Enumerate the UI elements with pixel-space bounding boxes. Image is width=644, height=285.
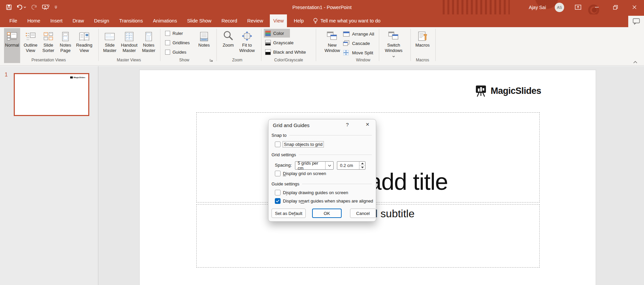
- gridlines-checkbox[interactable]: Gridlines: [165, 40, 190, 45]
- tab-file[interactable]: File: [6, 14, 20, 27]
- spacing-dropdown[interactable]: 5 grids per cm: [295, 161, 334, 170]
- tab-animations[interactable]: Animations: [150, 14, 181, 27]
- ribbon-display-options-button[interactable]: [573, 2, 583, 12]
- arrange-all-button[interactable]: Arrange All: [342, 30, 376, 38]
- macros-icon: [417, 28, 428, 42]
- display-grid-checkbox[interactable]: [275, 171, 281, 176]
- undo-icon: [16, 4, 23, 10]
- move-split-label: Move Split: [352, 50, 373, 55]
- slide-master-label: Slide Master: [101, 43, 119, 53]
- spinner-up-button[interactable]: [359, 162, 365, 166]
- smart-guides-label[interactable]: Display smart guides when shapes are ali…: [283, 198, 373, 204]
- tell-me-box[interactable]: Tell me what you want to do: [313, 14, 381, 27]
- close-button[interactable]: [629, 2, 639, 12]
- normal-view-button[interactable]: Normal: [4, 28, 20, 63]
- minimize-button[interactable]: [592, 2, 602, 12]
- avatar[interactable]: AS: [555, 3, 564, 12]
- handout-master-label: Handout Master: [119, 43, 139, 53]
- grayscale-button[interactable]: Grayscale: [264, 38, 295, 47]
- notes-master-icon: [143, 28, 154, 42]
- group-separator: [379, 29, 379, 61]
- tab-insert[interactable]: Insert: [47, 14, 66, 27]
- smart-guides-checkbox[interactable]: [275, 198, 281, 204]
- group-label-presentation-views: Presentation Views: [32, 58, 66, 62]
- move-split-icon: [343, 50, 350, 56]
- drawing-guides-label[interactable]: Display drawing guides on screen: [283, 190, 348, 195]
- slide-sorter-icon: [43, 28, 54, 42]
- color-button[interactable]: Color: [264, 29, 290, 38]
- group-separator: [435, 29, 436, 61]
- new-window-button[interactable]: New Window: [323, 28, 342, 63]
- slide-thumbnail[interactable]: MagicSlides: [14, 73, 89, 116]
- titlebar-right: Ajay Sai AS: [529, 0, 639, 14]
- slide-master-button[interactable]: Slide Master: [101, 28, 119, 63]
- undo-button[interactable]: [16, 4, 26, 10]
- account-name[interactable]: Ajay Sai: [529, 5, 546, 10]
- group-label-window: Window: [356, 58, 370, 62]
- notes-master-button[interactable]: Notes Master: [140, 28, 158, 63]
- tab-slide-show[interactable]: Slide Show: [184, 14, 215, 27]
- notes-master-label: Notes Master: [140, 43, 158, 53]
- drawing-guides-row: Display drawing guides on screen: [275, 190, 348, 195]
- ok-button[interactable]: OK: [312, 209, 342, 218]
- show-dialog-launcher[interactable]: [209, 58, 213, 64]
- title-bar: Presentation1 - PowerPoint Ajay Sai AS: [0, 0, 644, 14]
- tab-record[interactable]: Record: [218, 14, 241, 27]
- reading-view-button[interactable]: Reading View: [75, 28, 94, 63]
- cascade-button[interactable]: Cascade: [342, 39, 371, 48]
- ruler-label: Ruler: [172, 31, 183, 36]
- notes-icon: [199, 28, 209, 42]
- tab-transitions[interactable]: Transitions: [116, 14, 146, 27]
- notes-label: Notes: [198, 43, 210, 48]
- slide-thumbnail-panel[interactable]: 1 MagicSlides: [0, 66, 98, 285]
- redo-button[interactable]: [31, 4, 37, 10]
- snap-objects-label[interactable]: Snap objects to grid: [283, 141, 324, 147]
- spacing-dropdown-value: 5 grids per cm: [295, 161, 325, 171]
- save-button[interactable]: [6, 4, 12, 10]
- tab-design[interactable]: Design: [91, 14, 112, 27]
- reading-view-label: Reading View: [75, 43, 94, 53]
- guides-checkbox-box: [165, 50, 170, 55]
- group-separator: [98, 29, 99, 61]
- tab-draw[interactable]: Draw: [69, 14, 87, 27]
- lightbulb-icon: [313, 18, 318, 24]
- customize-qat-button[interactable]: [54, 5, 58, 9]
- spinner-down-button[interactable]: [359, 166, 365, 169]
- customize-toolbar-icon: [54, 5, 58, 9]
- group-label-master-views: Master Views: [117, 58, 141, 62]
- black-and-white-icon: [265, 49, 271, 55]
- move-split-button[interactable]: Move Split: [342, 48, 375, 57]
- drawing-guides-checkbox[interactable]: [275, 190, 281, 195]
- ruler-checkbox[interactable]: Ruler: [165, 31, 183, 36]
- zoom-label: Zoom: [222, 43, 234, 48]
- display-grid-label[interactable]: Display grid on screen: [283, 171, 326, 176]
- spacing-label: Spacing:: [275, 163, 292, 168]
- snap-objects-checkbox[interactable]: [275, 141, 281, 147]
- tab-review[interactable]: Review: [244, 14, 267, 27]
- switch-windows-button[interactable]: Switch Windows: [383, 28, 404, 63]
- collapse-ribbon-button[interactable]: [633, 59, 638, 65]
- guides-checkbox[interactable]: Guides: [165, 50, 186, 55]
- comments-button[interactable]: [628, 16, 644, 27]
- black-and-white-button[interactable]: Black and White: [264, 48, 307, 56]
- set-as-default-button[interactable]: Set as Default: [271, 209, 306, 218]
- group-label-zoom: Zoom: [232, 58, 243, 62]
- slide-logo: MagicSlides: [475, 84, 541, 97]
- tab-help[interactable]: Help: [290, 14, 307, 27]
- snap-objects-row: Snap objects to grid: [275, 141, 324, 147]
- cancel-button[interactable]: Cancel: [350, 209, 376, 218]
- restore-button[interactable]: [610, 2, 621, 12]
- save-icon: [6, 4, 12, 10]
- tab-home[interactable]: Home: [24, 14, 44, 27]
- chevron-down-icon: [392, 56, 395, 57]
- ribbon-view-tab-content: Normal Outline View Slide Sorter Notes P…: [0, 27, 644, 66]
- dialog-help-button[interactable]: ?: [344, 122, 351, 127]
- dialog-close-button[interactable]: ✕: [363, 122, 371, 127]
- snap-to-section: Snap to: [271, 133, 372, 138]
- spacing-value-spinner[interactable]: 0.2 cm: [337, 161, 365, 170]
- tab-view[interactable]: View: [270, 14, 287, 27]
- gridlines-checkbox-box: [165, 40, 170, 45]
- chevron-down-icon[interactable]: [325, 162, 333, 169]
- start-slideshow-button[interactable]: [42, 4, 49, 10]
- slide-master-icon: [104, 28, 115, 42]
